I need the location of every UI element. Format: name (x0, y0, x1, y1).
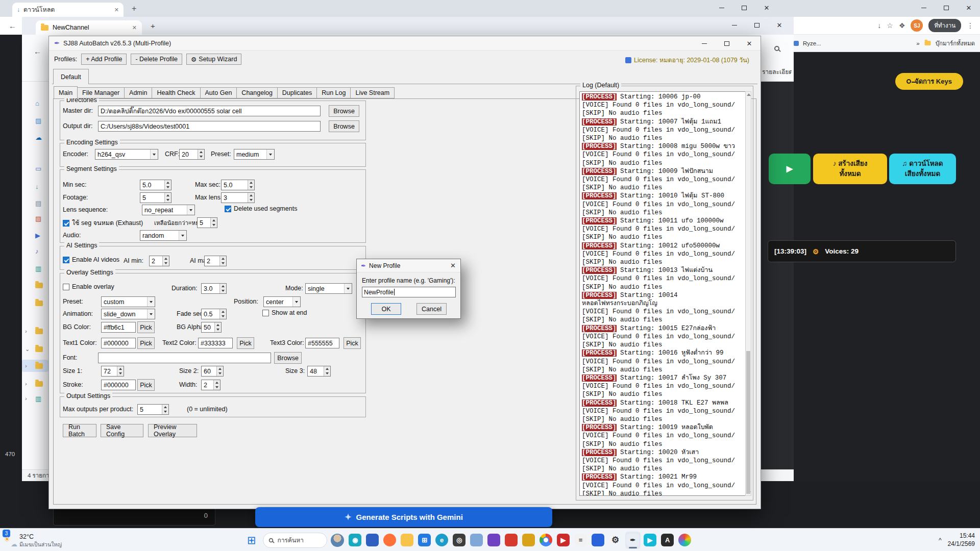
taskbar-icon-app-gold[interactable] (521, 532, 536, 549)
back-icon[interactable]: ← (9, 21, 16, 30)
tab-file-manager[interactable]: File Manager (78, 87, 125, 98)
taskbar-icon-app-purple[interactable] (486, 532, 502, 549)
taskbar-icon-app-blue-2[interactable] (591, 532, 606, 549)
tab-duplicates[interactable]: Duplicates (278, 87, 317, 98)
bookmark-item[interactable]: Ryze... (803, 40, 821, 46)
taskbar-icon-color-wheel-app[interactable] (677, 532, 693, 549)
tab-admin[interactable]: Admin (125, 87, 152, 98)
text3-pick-button[interactable]: Pick (344, 337, 361, 349)
delete-used-checkbox[interactable]: Delete used segments (225, 205, 297, 212)
bg-pick-button[interactable]: Pick (137, 321, 155, 333)
browse-master-button[interactable]: Browse (329, 105, 359, 117)
new-tab-button[interactable]: + (151, 21, 155, 30)
cancel-button[interactable]: Cancel (416, 303, 447, 315)
text1-pick-button[interactable]: Pick (137, 337, 155, 349)
taskbar-icon-notepad[interactable]: ≡ (573, 532, 589, 549)
extensions-icon[interactable]: ❖ (899, 21, 905, 30)
profile-name-input[interactable]: NewProfile (362, 287, 456, 297)
max-lens-spinner[interactable]: 3 (221, 192, 255, 203)
nav-tree-1[interactable]: › (22, 325, 48, 337)
taskbar-icon-adobe-app[interactable] (504, 532, 519, 549)
tab-health-check[interactable]: Health Check (152, 87, 200, 98)
nav-tree-4[interactable]: › (22, 378, 48, 390)
scrollbar-thumb[interactable] (746, 351, 750, 494)
chevron-icon[interactable]: › (25, 381, 27, 387)
mode-select[interactable]: single (305, 283, 352, 294)
nav-videos[interactable]: ▶ (22, 229, 48, 241)
nav-home[interactable]: ⌂ (22, 97, 48, 109)
taskbar-icon-zoom-app[interactable]: ◉ (348, 532, 363, 549)
close-button[interactable]: ✕ (755, 0, 778, 15)
taskbar-icon-settings[interactable]: ⚙ (608, 532, 623, 549)
create-all-sounds-button[interactable]: ♪ สร้างเสียง ทั้งหมด (813, 154, 887, 184)
remain-spinner[interactable]: 5 (197, 217, 217, 228)
output-dir-input[interactable]: C:/Users/sj88s/Videos/test0001 (98, 121, 321, 132)
save-config-button[interactable]: Save Config (101, 424, 143, 437)
enable-ai-checkbox[interactable]: Enable AI videos (63, 256, 119, 263)
close-button[interactable]: ✕ (768, 17, 791, 33)
log-text[interactable]: [PROCESS] Starting: 10006 jp-00[VOICE] F… (579, 91, 746, 496)
footage-spinner[interactable]: 5 (140, 192, 172, 203)
taskbar-icon-edge[interactable]: e (434, 532, 450, 549)
master-dir-input[interactable]: D:/ตอคลิปติ๊กต๊อก2026/Vdo ex/00000555 so… (98, 106, 321, 116)
max-outputs-spinner[interactable]: 5 (137, 404, 169, 415)
log-scrollbar[interactable] (745, 91, 751, 496)
chevron-icon[interactable]: ⌄ (25, 346, 30, 353)
download-icon[interactable]: ↓ (877, 21, 881, 30)
min-sec-spinner[interactable]: 5.0 (140, 180, 172, 190)
nav-pictures[interactable]: ▨ (22, 212, 48, 224)
lens-sequence-select[interactable]: no_repeat (142, 205, 195, 215)
download-all-sounds-button[interactable]: ♫ ดาวน์โหลด เสียงทั้งหมด (889, 154, 956, 184)
max-sec-spinner[interactable]: 5.0 (221, 180, 255, 190)
preset-select[interactable]: medium (234, 149, 275, 160)
taskbar-icon-app-slate[interactable] (469, 532, 484, 549)
chevron-icon[interactable]: › (25, 395, 27, 402)
taskbar-icon-media-app-red[interactable]: ▶ (556, 532, 571, 549)
start-button[interactable]: ⊞ (244, 534, 259, 546)
taskbar-icon-autobatch[interactable]: ✒ (625, 532, 641, 549)
stroke-color-input[interactable]: #000000 (101, 380, 136, 390)
text3-color-input[interactable]: #555555 (305, 338, 339, 348)
nav-onedrive[interactable]: ☁ (22, 131, 48, 143)
taskbar-icon-video-app-cyan[interactable]: ▶ (643, 532, 658, 549)
close-tab-icon[interactable]: ✕ (114, 7, 119, 13)
minimize-button[interactable] (913, 0, 935, 15)
nav-desktop[interactable]: ▭ (22, 162, 48, 174)
size3-spinner[interactable]: 48 (307, 366, 331, 377)
browser-tab-downloads[interactable]: ↓ ดาวน์โหลด ✕ (12, 3, 124, 17)
maximize-button[interactable] (733, 0, 755, 15)
generate-scripts-gemini-button[interactable]: ✦ Generate Scripts with Gemini (255, 507, 552, 527)
profile-button[interactable]: ที่ทำงาน (928, 19, 961, 32)
taskbar-icon-camera-app[interactable]: ◎ (452, 532, 467, 549)
size2-spinner[interactable]: 60 (201, 366, 224, 377)
nav-tree-3[interactable]: › (22, 360, 48, 372)
bg-alpha-spinner[interactable]: 50 (201, 322, 222, 333)
show-at-end-checkbox[interactable]: Show at end (262, 309, 307, 316)
search-icon[interactable] (774, 46, 779, 51)
run-batch-button[interactable]: Run Batch (63, 424, 96, 437)
taskbar-icon-app-dark-a[interactable]: A (660, 532, 675, 549)
stroke-pick-button[interactable]: Pick (137, 379, 155, 391)
all-bookmarks-button[interactable]: บุ๊กมาร์กทั้งหมด (936, 39, 975, 48)
tab-live-stream[interactable]: Live Stream (351, 87, 395, 98)
nav-folder-2[interactable] (22, 297, 48, 309)
explorer-tab-newchannel[interactable]: NewChannel ✕ (36, 20, 142, 35)
fade-spinner[interactable]: 0.5 (201, 309, 227, 319)
titlebar[interactable]: ✒ SJ88 AutoBatch v26.5.3 (Multi-Profile)… (49, 36, 761, 51)
nav-gallery[interactable]: ▨ (22, 114, 48, 127)
nav-music[interactable]: ♪ (22, 245, 48, 257)
profile-tab-default[interactable]: Default (53, 69, 89, 84)
size1-spinner[interactable]: 72 (101, 366, 124, 377)
ai-max-spinner[interactable]: 2 (204, 256, 227, 266)
menu-icon[interactable]: ⋮ (967, 21, 974, 30)
nav-downloads[interactable]: ↓ (22, 180, 48, 192)
weather-widget[interactable]: 3 ☀☁ 32°C มีเมฆเป็นส่วนใหญ่ (3, 530, 62, 548)
tab-changelog[interactable]: Changelog (237, 87, 277, 98)
profile-avatar[interactable]: SJ (911, 19, 923, 32)
user-avatar[interactable] (331, 534, 344, 547)
tab-main[interactable]: Main (54, 86, 78, 98)
chevron-icon[interactable]: › (25, 363, 27, 369)
dialog-titlebar[interactable]: ✒ New Profile ✕ (357, 259, 460, 272)
minimize-button[interactable] (693, 36, 716, 51)
chevron-icon[interactable]: › (25, 328, 27, 334)
